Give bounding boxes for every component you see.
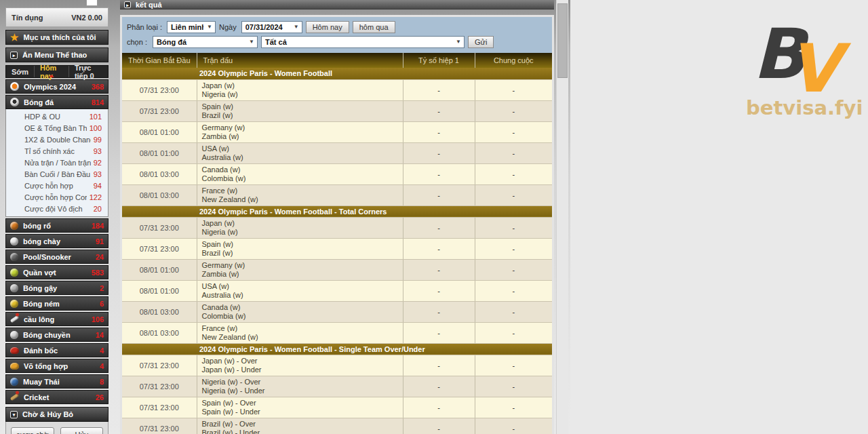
match-row[interactable]: 08/01 01:00Germany (w)Zambia (w)--	[122, 259, 552, 280]
submenu-item[interactable]: Tỉ số chính xác93	[6, 145, 108, 157]
full-time-score: -	[475, 376, 552, 397]
match-row[interactable]: 07/31 23:00Nigeria (w) - OverNigeria (w)…	[122, 376, 552, 397]
submenu-item[interactable]: OE & Tổng Bàn Thắ...100	[6, 122, 108, 134]
start-time: 08/01 01:00	[122, 259, 197, 280]
credit-label: Tín dụng	[12, 14, 43, 22]
first-half-score: -	[403, 142, 475, 163]
match-row[interactable]: 08/01 01:00USA (w)Australia (w)--	[122, 280, 552, 301]
sport-select[interactable]: Bóng đá ▼	[153, 36, 258, 48]
match-teams: Canada (w)Colombia (w)	[197, 301, 403, 322]
pool-icon	[10, 253, 18, 261]
match-row[interactable]: 07/31 23:00Brazil (w) - OverBrazil (w) -…	[122, 418, 552, 434]
start-time: 07/31 23:00	[122, 355, 197, 376]
count-badge: 26	[96, 393, 104, 401]
league-select[interactable]: Tất cả ▼	[261, 36, 465, 48]
tab-early[interactable]: Sớm	[6, 66, 35, 77]
filter-bar: Phân loại : Liên minh ▼ Ngày 07/31/2024 …	[122, 17, 552, 52]
first-half-score: -	[403, 121, 475, 142]
sidebar-item-sport[interactable]: cầu lông106	[5, 312, 108, 326]
match-row[interactable]: 08/01 03:00Canada (w)Colombia (w)--	[122, 301, 552, 322]
match-row[interactable]: 08/01 03:00France (w)New Zealand (w)--	[122, 322, 552, 343]
hide-menu-label: Ẩn Menu Thể thao	[22, 51, 87, 59]
scrollbar[interactable]	[556, 0, 568, 434]
sidebar-item-sport[interactable]: bóng rổ184	[5, 218, 108, 233]
sidebar-item-football[interactable]: Bóng đá 814	[5, 95, 108, 109]
chevron-down-icon: ▼	[452, 39, 461, 45]
sidebar-item-sport[interactable]: Bóng gậy2	[5, 281, 108, 295]
pending-bets-button[interactable]: cược chờ	[11, 427, 54, 434]
sidebar-item-sport[interactable]: Võ tổng hợp4	[5, 359, 108, 373]
sidebar-item-sport[interactable]: Muay Thái8	[5, 374, 108, 389]
match-row[interactable]: 07/31 23:00Spain (w)Brazil (w)--	[122, 100, 552, 121]
count-badge: 100	[87, 124, 102, 132]
col-match: Trận đấu	[197, 53, 403, 68]
start-time: 08/01 03:00	[122, 301, 197, 322]
basketball-icon	[10, 222, 18, 230]
table-header-row: Thời Gian Bắt Đầu Trận đấu Tỷ số hiệp 1 …	[122, 53, 552, 68]
match-row[interactable]: 07/31 23:00Spain (w)Brazil (w)--	[122, 238, 552, 259]
tab-live[interactable]: Trực tiếp 0	[69, 66, 108, 77]
date-select[interactable]: 07/31/2024 ▼	[241, 21, 302, 33]
volleyball-icon	[10, 331, 18, 339]
sidebar-item-olympics[interactable]: Olympics 2024 368	[5, 79, 108, 94]
submenu-item[interactable]: 1X2 & Double Chance99	[6, 134, 108, 145]
match-row[interactable]: 08/01 01:00USA (w)Australia (w)--	[122, 142, 552, 163]
start-time: 07/31 23:00	[122, 418, 197, 434]
full-time-score: -	[475, 142, 552, 163]
category-label: Phân loại :	[127, 23, 163, 31]
sidebar-item-sport[interactable]: Đánh bốc4	[5, 343, 108, 357]
match-teams: Japan (w)Nigeria (w)	[197, 217, 403, 238]
col-start-time: Thời Gian Bắt Đầu	[122, 53, 197, 68]
sidebar-item-sport[interactable]: Cricket26	[5, 390, 108, 404]
match-teams: France (w)New Zealand (w)	[197, 322, 403, 343]
match-row[interactable]: 07/31 23:00Japan (w) - OverJapan (w) - U…	[122, 355, 552, 376]
match-row[interactable]: 08/01 03:00Canada (w)Colombia (w)--	[122, 163, 552, 184]
date-label: Ngày	[219, 23, 238, 31]
submit-button[interactable]: Gửi	[468, 36, 494, 48]
submenu-item[interactable]: HDP & OU101	[6, 111, 108, 122]
col-full-time: Chung cuộc	[475, 53, 552, 68]
page-title: kết quả	[136, 1, 162, 9]
sidebar-item-sport[interactable]: Pool/Snooker24	[5, 250, 108, 264]
submenu-item[interactable]: Cược hỗn hợp Combo122	[6, 191, 108, 203]
results-table: Thời Gian Bắt Đầu Trận đấu Tỷ số hiệp 1 …	[122, 53, 552, 434]
match-row[interactable]: 08/01 03:00France (w)New Zealand (w)--	[122, 184, 552, 205]
scrollbar-thumb[interactable]	[557, 3, 568, 78]
hide-sports-menu-header[interactable]: ▸ Ẩn Menu Thể thao	[5, 47, 108, 62]
match-row[interactable]: 07/31 23:00Japan (w)Nigeria (w)--	[122, 217, 552, 238]
credit-balance: Tín dụng VN2 0.00	[5, 7, 108, 27]
yesterday-button[interactable]: hôm qua	[353, 21, 395, 33]
cancel-button[interactable]: Hủy	[60, 427, 104, 434]
submenu-item[interactable]: Cược đội Vô địch20	[6, 203, 108, 214]
favorites-label: Mục ưa thích của tôi	[24, 33, 96, 41]
muaythai-icon	[10, 378, 18, 386]
tennis-icon	[10, 269, 18, 277]
pending-cancel-header[interactable]: ▾ Chờ & Hủy Bỏ	[5, 407, 108, 422]
full-time-score: -	[475, 217, 552, 238]
match-row[interactable]: 07/31 23:00Japan (w)Nigeria (w)--	[122, 79, 552, 100]
sidebar-item-sport[interactable]: Bóng chuyền14	[5, 328, 108, 342]
category-select[interactable]: Liên minh ▼	[167, 21, 216, 33]
brand-logo: B V betvisa.fyi	[745, 20, 863, 129]
count-badge: 24	[96, 253, 104, 261]
favorites-header[interactable]: ★ Mục ưa thích của tôi	[5, 30, 108, 45]
today-button[interactable]: Hôm nay	[306, 21, 349, 33]
submenu-item[interactable]: Bàn Cuối / Bàn Đầu93	[6, 168, 108, 180]
start-time: 08/01 01:00	[122, 121, 197, 142]
match-row[interactable]: 07/31 23:00Spain (w) - OverSpain (w) - U…	[122, 397, 552, 418]
sidebar-item-sport[interactable]: Quần vợt583	[5, 265, 108, 279]
baseball-icon	[10, 237, 18, 245]
match-row[interactable]: 08/01 01:00Germany (w)Zambia (w)--	[122, 121, 552, 142]
full-time-score: -	[475, 163, 552, 184]
match-teams: Germany (w)Zambia (w)	[197, 121, 403, 142]
submenu-item[interactable]: Cược hỗn hợp94	[6, 180, 108, 191]
sidebar-item-sport[interactable]: Bóng ném6	[5, 296, 108, 311]
tab-today[interactable]: Hôm nay	[35, 66, 69, 77]
sidebar-item-sport[interactable]: bóng chày91	[5, 234, 108, 248]
expand-icon: ▾	[10, 411, 18, 418]
count-badge: 101	[87, 113, 102, 121]
count-badge: 91	[96, 237, 104, 245]
first-half-score: -	[403, 418, 475, 434]
start-time: 07/31 23:00	[122, 397, 197, 418]
submenu-item[interactable]: Nửa trận / Toàn trận92	[6, 157, 108, 168]
